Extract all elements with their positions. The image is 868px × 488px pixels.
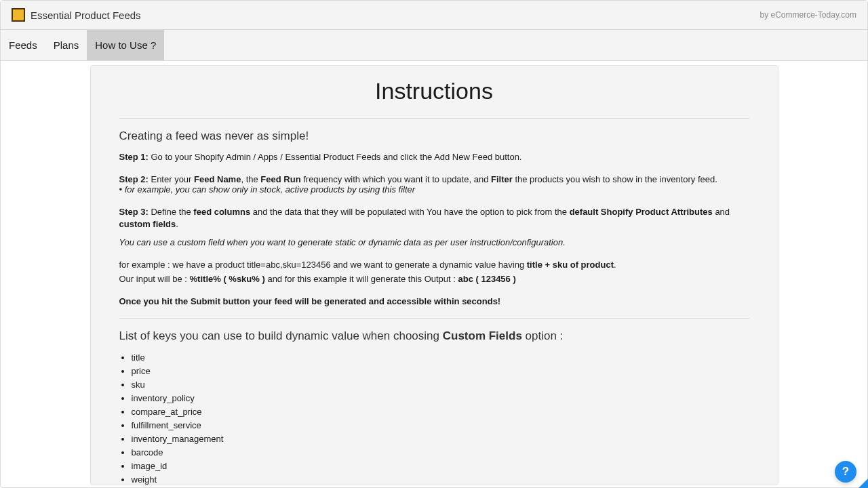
key-item: barcode (132, 447, 749, 458)
step-1: Step 1: Go to your Shopify Admin / Apps … (119, 151, 749, 164)
step-3-text-d: . (176, 219, 178, 229)
step-2-feedrun: Feed Run (260, 174, 300, 184)
step-2-label: Step 2: (119, 174, 149, 184)
key-item: sku (132, 380, 749, 390)
input-b: and for this example it will generate th… (265, 274, 458, 284)
step-3: Step 3: Define the feed columns and the … (119, 206, 749, 232)
step-3-text-c: and (713, 207, 730, 217)
app-title: Essential Product Feeds (31, 9, 141, 21)
tab-plans[interactable]: Plans (45, 30, 87, 60)
divider-2 (119, 318, 749, 319)
subheading: Creating a feed was never as simple! (119, 129, 749, 143)
step-2-text-a: Enter your (149, 174, 194, 184)
instructions-panel: Instructions Creating a feed was never a… (90, 65, 778, 485)
help-icon: ? (842, 465, 849, 479)
tab-feeds[interactable]: Feeds (1, 30, 45, 60)
tab-bar: Feeds Plans How to Use ? (1, 29, 867, 61)
keys-head-a: List of keys you can use to build dynami… (119, 329, 443, 342)
submit-note: Once you hit the Submit button your feed… (119, 296, 749, 308)
page-title: Instructions (119, 78, 749, 104)
key-item: inventory_policy (132, 393, 749, 403)
divider (119, 118, 749, 119)
key-item: image_id (132, 461, 749, 471)
tab-how-to-use[interactable]: How to Use ? (87, 30, 164, 60)
content-area: Instructions Creating a feed was never a… (1, 61, 867, 485)
example-b: . (614, 260, 616, 270)
step-2-text-c: frequency with which you want it to upda… (301, 174, 491, 184)
keys-heading: List of keys you can use to build dynami… (119, 329, 749, 343)
step-3-label: Step 3: (119, 207, 149, 217)
app-header-left: Essential Product Feeds (12, 8, 141, 22)
step-3-feedcols: feed columns (193, 207, 250, 217)
step-3-text-a: Define the (149, 207, 194, 217)
app-header: Essential Product Feeds by eCommerce-Tod… (1, 1, 867, 29)
key-item: title (132, 352, 749, 363)
step-1-text: Go to your Shopify Admin / Apps / Essent… (149, 152, 522, 162)
submit-note-text: Once you hit the Submit button your feed… (119, 296, 501, 306)
key-item: inventory_management (132, 434, 749, 444)
example-bold: title + sku of product (527, 260, 614, 270)
step-2-feedname: Feed Name (194, 174, 241, 184)
step-1-label: Step 1: (119, 152, 149, 162)
output-bold: abc ( 123456 ) (458, 274, 516, 284)
step-2-filter: Filter (491, 174, 513, 184)
step-3-default: default Shopify Product Attributes (570, 207, 713, 217)
step-2-text-b: , the (241, 174, 260, 184)
custom-example: for example : we have a product title=ab… (119, 259, 749, 272)
custom-input-output: Our input will be : %title% ( %sku% ) an… (119, 273, 749, 286)
step-3-custom: custom fields (119, 219, 176, 229)
key-item: price (132, 366, 749, 376)
key-item: compare_at_price (132, 407, 749, 417)
app-icon (12, 8, 25, 22)
input-bold: %title% ( %sku% ) (190, 274, 265, 284)
custom-note: You can use a custom field when you want… (119, 237, 749, 249)
key-item: weight (132, 474, 749, 485)
app-byline: by eCommerce-Today.com (760, 10, 857, 20)
input-a: Our input will be : (119, 274, 190, 284)
help-button[interactable]: ? (835, 461, 856, 483)
key-item: fulfillment_service (132, 420, 749, 430)
keys-head-b: option : (522, 329, 564, 342)
step-2-text-d: the products you wish to show in the inv… (513, 174, 717, 184)
keys-list: title price sku inventory_policy compare… (119, 352, 749, 485)
step-3-text-b: and the data that they will be populated… (250, 207, 570, 217)
keys-head-bold: Custom Fields (443, 329, 522, 342)
example-a: for example : we have a product title=ab… (119, 260, 527, 270)
